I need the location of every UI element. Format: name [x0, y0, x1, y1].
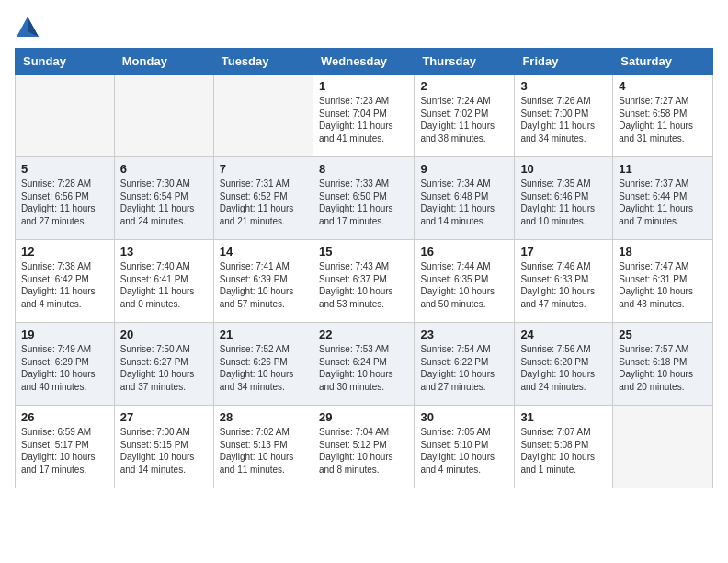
day-info: Sunrise: 7:47 AM Sunset: 6:31 PM Dayligh…	[619, 260, 707, 310]
calendar-day-cell: 30Sunrise: 7:05 AM Sunset: 5:10 PM Dayli…	[415, 406, 515, 488]
day-info: Sunrise: 7:54 AM Sunset: 6:22 PM Dayligh…	[420, 343, 508, 393]
day-number: 5	[21, 162, 108, 176]
calendar-day-cell: 23Sunrise: 7:54 AM Sunset: 6:22 PM Dayli…	[415, 323, 515, 406]
weekday-header-tuesday: Tuesday	[213, 49, 313, 75]
weekday-header-monday: Monday	[114, 49, 213, 75]
calendar-day-cell: 14Sunrise: 7:41 AM Sunset: 6:39 PM Dayli…	[213, 240, 313, 323]
day-number: 19	[21, 327, 108, 341]
calendar-day-cell	[114, 75, 213, 157]
calendar-week-row: 26Sunrise: 6:59 AM Sunset: 5:17 PM Dayli…	[16, 406, 713, 488]
day-number: 29	[319, 410, 408, 424]
calendar-day-cell: 29Sunrise: 7:04 AM Sunset: 5:12 PM Dayli…	[313, 406, 414, 488]
calendar-week-row: 12Sunrise: 7:38 AM Sunset: 6:42 PM Dayli…	[16, 240, 713, 323]
calendar-day-cell: 8Sunrise: 7:33 AM Sunset: 6:50 PM Daylig…	[313, 157, 414, 240]
day-number: 9	[420, 162, 508, 176]
logo	[15, 15, 44, 40]
calendar-day-cell	[613, 406, 713, 488]
day-info: Sunrise: 7:53 AM Sunset: 6:24 PM Dayligh…	[319, 343, 408, 393]
day-number: 2	[420, 79, 508, 93]
calendar-day-cell: 19Sunrise: 7:49 AM Sunset: 6:29 PM Dayli…	[16, 323, 115, 406]
day-info: Sunrise: 7:31 AM Sunset: 6:52 PM Dayligh…	[220, 178, 307, 227]
day-info: Sunrise: 7:50 AM Sunset: 6:27 PM Dayligh…	[120, 343, 208, 393]
day-number: 10	[520, 162, 607, 176]
calendar-day-cell: 15Sunrise: 7:43 AM Sunset: 6:37 PM Dayli…	[313, 240, 414, 323]
day-number: 24	[520, 327, 607, 341]
calendar-day-cell: 9Sunrise: 7:34 AM Sunset: 6:48 PM Daylig…	[415, 157, 515, 240]
calendar-week-row: 5Sunrise: 7:28 AM Sunset: 6:56 PM Daylig…	[16, 157, 713, 240]
day-number: 26	[21, 410, 108, 424]
day-number: 16	[420, 245, 508, 259]
day-info: Sunrise: 7:30 AM Sunset: 6:54 PM Dayligh…	[120, 178, 208, 227]
calendar-day-cell: 25Sunrise: 7:57 AM Sunset: 6:18 PM Dayli…	[613, 323, 713, 406]
calendar-week-row: 19Sunrise: 7:49 AM Sunset: 6:29 PM Dayli…	[16, 323, 713, 406]
day-info: Sunrise: 7:44 AM Sunset: 6:35 PM Dayligh…	[420, 260, 508, 310]
day-info: Sunrise: 7:33 AM Sunset: 6:50 PM Dayligh…	[319, 178, 408, 227]
weekday-header-row: SundayMondayTuesdayWednesdayThursdayFrid…	[16, 49, 713, 75]
calendar-day-cell: 3Sunrise: 7:26 AM Sunset: 7:00 PM Daylig…	[515, 75, 613, 157]
day-number: 3	[520, 79, 607, 93]
day-info: Sunrise: 6:59 AM Sunset: 5:17 PM Dayligh…	[21, 426, 108, 476]
calendar-table: SundayMondayTuesdayWednesdayThursdayFrid…	[15, 48, 713, 488]
logo-icon	[15, 15, 40, 40]
day-info: Sunrise: 7:43 AM Sunset: 6:37 PM Dayligh…	[319, 260, 408, 310]
calendar-day-cell: 24Sunrise: 7:56 AM Sunset: 6:20 PM Dayli…	[515, 323, 613, 406]
day-info: Sunrise: 7:04 AM Sunset: 5:12 PM Dayligh…	[319, 426, 408, 476]
weekday-header-thursday: Thursday	[415, 49, 515, 75]
calendar-container: SundayMondayTuesdayWednesdayThursdayFrid…	[0, 0, 728, 498]
day-info: Sunrise: 7:02 AM Sunset: 5:13 PM Dayligh…	[220, 426, 307, 476]
calendar-day-cell: 1Sunrise: 7:23 AM Sunset: 7:04 PM Daylig…	[313, 75, 414, 157]
weekday-header-wednesday: Wednesday	[313, 49, 414, 75]
calendar-day-cell: 20Sunrise: 7:50 AM Sunset: 6:27 PM Dayli…	[114, 323, 213, 406]
day-info: Sunrise: 7:00 AM Sunset: 5:15 PM Dayligh…	[120, 426, 208, 476]
calendar-day-cell: 17Sunrise: 7:46 AM Sunset: 6:33 PM Dayli…	[515, 240, 613, 323]
calendar-day-cell: 12Sunrise: 7:38 AM Sunset: 6:42 PM Dayli…	[16, 240, 115, 323]
day-info: Sunrise: 7:07 AM Sunset: 5:08 PM Dayligh…	[520, 426, 607, 476]
day-number: 22	[319, 327, 408, 341]
day-number: 6	[120, 162, 208, 176]
day-number: 31	[520, 410, 607, 424]
day-info: Sunrise: 7:40 AM Sunset: 6:41 PM Dayligh…	[120, 260, 208, 310]
calendar-day-cell: 11Sunrise: 7:37 AM Sunset: 6:44 PM Dayli…	[613, 157, 713, 240]
calendar-day-cell: 5Sunrise: 7:28 AM Sunset: 6:56 PM Daylig…	[16, 157, 115, 240]
day-number: 7	[220, 162, 307, 176]
calendar-day-cell: 13Sunrise: 7:40 AM Sunset: 6:41 PM Dayli…	[114, 240, 213, 323]
calendar-day-cell: 4Sunrise: 7:27 AM Sunset: 6:58 PM Daylig…	[613, 75, 713, 157]
day-info: Sunrise: 7:46 AM Sunset: 6:33 PM Dayligh…	[520, 260, 607, 310]
calendar-day-cell: 26Sunrise: 6:59 AM Sunset: 5:17 PM Dayli…	[16, 406, 115, 488]
day-number: 18	[619, 245, 707, 259]
calendar-week-row: 1Sunrise: 7:23 AM Sunset: 7:04 PM Daylig…	[16, 75, 713, 157]
day-info: Sunrise: 7:56 AM Sunset: 6:20 PM Dayligh…	[520, 343, 607, 393]
day-number: 20	[120, 327, 208, 341]
weekday-header-sunday: Sunday	[16, 49, 115, 75]
calendar-day-cell: 7Sunrise: 7:31 AM Sunset: 6:52 PM Daylig…	[213, 157, 313, 240]
calendar-day-cell: 27Sunrise: 7:00 AM Sunset: 5:15 PM Dayli…	[114, 406, 213, 488]
day-info: Sunrise: 7:52 AM Sunset: 6:26 PM Dayligh…	[220, 343, 307, 393]
day-info: Sunrise: 7:57 AM Sunset: 6:18 PM Dayligh…	[619, 343, 707, 393]
day-number: 25	[619, 327, 707, 341]
header	[15, 15, 713, 40]
calendar-day-cell: 31Sunrise: 7:07 AM Sunset: 5:08 PM Dayli…	[515, 406, 613, 488]
calendar-day-cell: 16Sunrise: 7:44 AM Sunset: 6:35 PM Dayli…	[415, 240, 515, 323]
day-number: 4	[619, 79, 707, 93]
day-info: Sunrise: 7:41 AM Sunset: 6:39 PM Dayligh…	[220, 260, 307, 310]
day-number: 21	[220, 327, 307, 341]
weekday-header-friday: Friday	[515, 49, 613, 75]
calendar-day-cell: 28Sunrise: 7:02 AM Sunset: 5:13 PM Dayli…	[213, 406, 313, 488]
calendar-day-cell: 18Sunrise: 7:47 AM Sunset: 6:31 PM Dayli…	[613, 240, 713, 323]
day-info: Sunrise: 7:38 AM Sunset: 6:42 PM Dayligh…	[21, 260, 108, 310]
day-number: 30	[420, 410, 508, 424]
day-number: 14	[220, 245, 307, 259]
day-info: Sunrise: 7:23 AM Sunset: 7:04 PM Dayligh…	[319, 95, 408, 144]
calendar-day-cell: 10Sunrise: 7:35 AM Sunset: 6:46 PM Dayli…	[515, 157, 613, 240]
day-info: Sunrise: 7:34 AM Sunset: 6:48 PM Dayligh…	[420, 178, 508, 227]
day-number: 13	[120, 245, 208, 259]
day-number: 23	[420, 327, 508, 341]
day-number: 12	[21, 245, 108, 259]
day-info: Sunrise: 7:24 AM Sunset: 7:02 PM Dayligh…	[420, 95, 508, 144]
day-info: Sunrise: 7:35 AM Sunset: 6:46 PM Dayligh…	[520, 178, 607, 227]
calendar-day-cell: 22Sunrise: 7:53 AM Sunset: 6:24 PM Dayli…	[313, 323, 414, 406]
day-info: Sunrise: 7:27 AM Sunset: 6:58 PM Dayligh…	[619, 95, 707, 144]
day-number: 17	[520, 245, 607, 259]
calendar-day-cell	[213, 75, 313, 157]
day-number: 8	[319, 162, 408, 176]
